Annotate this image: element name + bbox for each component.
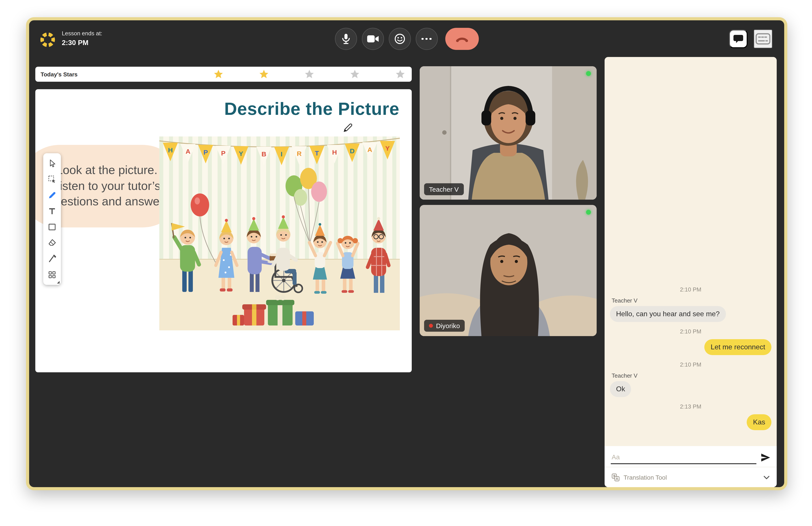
stars-bar: Today's Stars [35,67,412,82]
svg-text:I: I [281,151,282,158]
call-controls [335,28,479,50]
svg-text:Y: Y [385,145,390,152]
emoji-icon [394,33,405,45]
chat-timestamp: 2:10 PM [610,361,771,368]
svg-text:R: R [297,150,302,157]
whiteboard: Today's Stars Describe the Picture Look … [35,67,412,372]
student-video-feed [420,205,597,336]
chat-timestamp: 2:10 PM [610,286,771,293]
text-tool-icon[interactable] [45,203,60,219]
eraser-tool-icon[interactable] [45,235,60,251]
pencil-tool-icon[interactable] [45,187,60,203]
svg-text:B: B [261,151,266,158]
chat-panel: 2:10 PM Teacher V Hello, can you hear an… [605,57,777,487]
stars-bar-label: Today's Stars [41,71,78,77]
ellipsis-icon [422,38,424,40]
hangup-icon [455,34,468,44]
chat-message-sent: Let me reconnect [705,339,771,355]
grid-tool-icon[interactable] [45,267,60,283]
video-tile-student[interactable]: Diyoriko [420,205,597,336]
svg-text:H: H [332,148,337,156]
party-illustration: H A P P Y B I R T H D A Y [159,137,400,330]
lesson-end-info: Lesson ends at: 2:30 PM [62,30,102,47]
recording-dot-icon [429,324,433,328]
presence-dot-student [586,210,591,215]
svg-text:D: D [350,147,354,155]
chat-input[interactable] [611,451,756,464]
svg-text:A: A [186,148,190,155]
send-message-button[interactable] [761,453,770,462]
camera-icon [366,34,379,43]
chat-input-row [605,446,777,467]
shape-tool-icon[interactable] [45,219,60,235]
star-4-empty[interactable] [349,69,360,80]
chat-message-list: 2:10 PM Teacher V Hello, can you hear an… [605,57,777,446]
chat-message-received: Ok [610,381,631,397]
chat-timestamp: 2:10 PM [610,328,771,335]
star-5-empty[interactable] [395,69,406,80]
emoji-button[interactable] [389,28,411,50]
chat-sender-name: Teacher V [612,297,771,304]
svg-text:A: A [367,146,372,153]
microphone-button[interactable] [335,28,357,50]
select-tool-icon[interactable] [45,171,60,187]
star-3-empty[interactable] [304,69,315,80]
captions-toggle-button[interactable] [754,30,772,48]
page: Lesson ends at: 2:30 PM [0,0,812,526]
chevron-down-icon [764,475,770,479]
svg-text:Y: Y [239,150,243,157]
translate-icon [612,473,620,481]
presence-dot-teacher [586,71,591,76]
chat-toggle-button[interactable] [729,30,748,48]
chat-message-received: Hello, can you hear and see me? [610,306,726,322]
slide-title: Describe the Picture [224,99,400,119]
topbar: Lesson ends at: 2:30 PM [29,20,784,61]
lesson-slide[interactable]: Describe the Picture Look at the picture… [35,89,412,372]
participant-name-student: Diyoriko [424,320,465,332]
svg-text:P: P [221,150,226,157]
pointer-tool-icon[interactable] [45,155,60,171]
star-rating [213,69,406,80]
captions-icon [755,33,770,45]
svg-text:P: P [203,148,208,156]
send-icon [761,453,770,462]
lesson-ends-time: 2:30 PM [62,39,102,47]
translation-tool-label: Translation Tool [624,474,667,481]
pencil-cursor-icon [342,122,353,133]
chat-sender-name: Teacher V [612,372,771,379]
panel-toggles [729,30,772,48]
camera-button[interactable] [362,28,384,50]
svg-text:H: H [168,146,173,154]
star-2-filled[interactable] [259,69,269,80]
translation-tool-row[interactable]: Translation Tool [605,467,777,487]
participant-name-teacher: Teacher V [424,183,464,195]
video-tile-teacher[interactable]: Teacher V [420,66,597,200]
lesson-ends-label: Lesson ends at: [62,30,102,37]
teacher-video-feed [420,66,597,200]
end-call-button[interactable] [445,28,479,50]
chat-timestamp: 2:13 PM [610,403,771,410]
lesson-window: Lesson ends at: 2:30 PM [26,17,787,490]
star-1-filled[interactable] [213,69,224,80]
microphone-icon [341,33,351,45]
laser-tool-icon[interactable] [45,251,60,267]
instruction-text: Look at the picture. Listen to your tuto… [45,162,169,210]
whiteboard-toolbar [43,153,61,285]
svg-text:T: T [315,150,319,157]
video-tiles: Teacher V [420,66,597,336]
more-options-button[interactable] [416,28,437,50]
chat-message-sent: Kas [747,414,771,430]
chat-bubble-icon [733,33,744,44]
app-logo-icon [39,31,57,48]
